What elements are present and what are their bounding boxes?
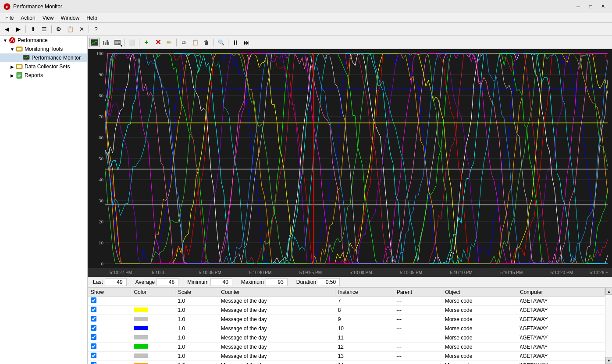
duration-value: 0:50 bbox=[318, 278, 340, 286]
up-button[interactable]: ⬆ bbox=[28, 25, 38, 34]
cell-object: Morse code bbox=[442, 352, 517, 361]
table-row[interactable]: 1.0Message of the day12---Morse code\\GE… bbox=[88, 343, 612, 352]
ct-sep-1 bbox=[125, 39, 125, 46]
last-value: 49 bbox=[105, 278, 127, 286]
properties-button[interactable]: ⚙ bbox=[53, 25, 64, 34]
delete-button[interactable]: ✕ bbox=[76, 25, 87, 34]
add-counter-button[interactable]: + bbox=[141, 38, 152, 47]
cell-show bbox=[88, 315, 131, 324]
new-button[interactable]: 📋 bbox=[65, 25, 75, 34]
show-checkbox[interactable] bbox=[91, 307, 96, 312]
table-row[interactable]: 1.0Message of the day8---Morse code\\GET… bbox=[88, 306, 612, 315]
cell-instance: 13 bbox=[335, 352, 394, 361]
table-row[interactable]: 1.0Message of the day10---Morse code\\GE… bbox=[88, 324, 612, 333]
table-row[interactable]: 1.0Message of the day7---Morse code\\GET… bbox=[88, 297, 612, 306]
time-axis: 5:10:27 PM5:10:3...5:10:35 PM5:10:40 PM5… bbox=[88, 268, 612, 277]
cell-color bbox=[131, 324, 175, 333]
ct-sep-3 bbox=[176, 39, 177, 46]
show-checkbox[interactable] bbox=[91, 297, 96, 303]
view-histogram-button[interactable] bbox=[101, 38, 111, 47]
zoom-button[interactable]: 🔍 bbox=[216, 38, 226, 47]
sidebar-label-perfmon: Performance Monitor bbox=[32, 55, 81, 61]
color-swatch bbox=[134, 307, 148, 312]
table-row[interactable]: 1.0Message of the day14---Morse code\\GE… bbox=[88, 361, 612, 364]
svg-text:5:09:55 PM: 5:09:55 PM bbox=[299, 270, 322, 275]
sidebar-item-data-collector-sets[interactable]: ▶ Data Collector Sets bbox=[0, 62, 87, 71]
table-row[interactable]: 1.0Message of the day13---Morse code\\GE… bbox=[88, 352, 612, 361]
show-checkbox[interactable] bbox=[91, 334, 96, 340]
show-checkbox[interactable] bbox=[91, 316, 96, 322]
cell-color bbox=[131, 352, 175, 361]
svg-rect-16 bbox=[107, 40, 108, 45]
show-checkbox[interactable] bbox=[91, 353, 96, 358]
menu-help[interactable]: Help bbox=[83, 14, 101, 22]
svg-rect-17 bbox=[108, 42, 109, 45]
svg-rect-15 bbox=[105, 42, 106, 45]
forward-button[interactable]: ▶ bbox=[13, 25, 24, 34]
menu-file[interactable]: File bbox=[2, 14, 17, 22]
show-checkbox[interactable] bbox=[91, 343, 96, 349]
sidebar-item-monitoring-tools[interactable]: ▼ Monitoring Tools bbox=[0, 45, 87, 53]
paste-button[interactable]: 📋 bbox=[190, 38, 200, 47]
scroll-up-button[interactable]: ▲ bbox=[605, 288, 612, 295]
window-title: Performance Monitor bbox=[13, 4, 573, 10]
cell-color bbox=[131, 306, 175, 315]
svg-text:5:10:10 PM: 5:10:10 PM bbox=[450, 270, 473, 275]
show-checkbox[interactable] bbox=[91, 362, 96, 364]
stop-button[interactable]: ⏭ bbox=[242, 38, 252, 47]
table-row[interactable]: 1.0Message of the day9---Morse code\\GET… bbox=[88, 315, 612, 324]
color-swatch bbox=[134, 353, 148, 358]
change-graph-button[interactable]: ⬜ bbox=[127, 38, 137, 47]
maximize-button[interactable]: □ bbox=[585, 2, 596, 11]
menu-view[interactable]: View bbox=[39, 14, 57, 22]
cell-object: Morse code bbox=[442, 324, 517, 333]
toolbar-sep-3 bbox=[89, 25, 89, 33]
cell-instance: 10 bbox=[335, 324, 394, 333]
table-row[interactable]: 1.0Message of the day11---Morse code\\GE… bbox=[88, 333, 612, 343]
show-checkbox[interactable] bbox=[91, 325, 96, 331]
back-button[interactable]: ◀ bbox=[2, 25, 12, 34]
cell-scale: 1.0 bbox=[175, 324, 218, 333]
sidebar-label-dcs: Data Collector Sets bbox=[25, 64, 70, 70]
cell-computer: \\GETAWAY bbox=[517, 343, 605, 352]
help-button[interactable]: ? bbox=[91, 25, 101, 34]
color-swatch bbox=[134, 298, 148, 303]
ct-sep-2 bbox=[139, 39, 139, 46]
view-graph-button[interactable] bbox=[89, 38, 100, 47]
cell-counter: Message of the day bbox=[218, 333, 335, 343]
view-report-button[interactable]: ▼ bbox=[112, 38, 123, 47]
sidebar-item-reports[interactable]: ▶ Reports bbox=[0, 71, 87, 80]
sidebar-item-performance[interactable]: ▼ Performance bbox=[0, 36, 87, 45]
highlight-button[interactable]: ✏ bbox=[164, 38, 174, 47]
svg-text:5:10:05 PM: 5:10:05 PM bbox=[400, 270, 422, 275]
col-parent: Parent bbox=[394, 288, 442, 297]
scroll-down-button[interactable]: ▼ bbox=[605, 357, 612, 364]
sidebar-item-performance-monitor[interactable]: ▶ Performance Monitor bbox=[0, 53, 87, 62]
cell-computer: \\GETAWAY bbox=[517, 297, 605, 306]
cell-instance: 11 bbox=[335, 333, 394, 343]
cell-counter: Message of the day bbox=[218, 352, 335, 361]
show-hide-button[interactable]: ☰ bbox=[39, 25, 50, 34]
menu-action[interactable]: Action bbox=[17, 14, 39, 22]
performance-monitor-icon bbox=[23, 54, 30, 61]
minimize-button[interactable]: ─ bbox=[573, 2, 584, 11]
svg-rect-14 bbox=[103, 41, 104, 45]
color-swatch bbox=[134, 335, 148, 339]
svg-rect-4 bbox=[17, 48, 21, 50]
svg-text:5:10:00 PM: 5:10:00 PM bbox=[349, 270, 372, 275]
copy-button[interactable]: ⧉ bbox=[178, 38, 189, 47]
window-controls: ─ □ ✕ bbox=[573, 2, 608, 11]
cell-counter: Message of the day bbox=[218, 315, 335, 324]
menu-window[interactable]: Window bbox=[57, 14, 83, 22]
clear-button[interactable]: 🗑 bbox=[201, 38, 212, 47]
pause-button[interactable]: ⏸ bbox=[230, 38, 241, 47]
svg-text:5:10:27 PM: 5:10:27 PM bbox=[110, 270, 132, 275]
color-swatch bbox=[134, 317, 148, 321]
minimum-value: 40 bbox=[210, 278, 232, 286]
table-scrollbar[interactable]: ▲ ▼ bbox=[605, 288, 612, 364]
delete-counter-button[interactable]: ✕ bbox=[153, 38, 163, 47]
cell-computer: \\GETAWAY bbox=[517, 352, 605, 361]
cell-computer: \\GETAWAY bbox=[517, 306, 605, 315]
close-button[interactable]: ✕ bbox=[597, 2, 608, 11]
menu-bar: File Action View Window Help bbox=[0, 13, 612, 23]
